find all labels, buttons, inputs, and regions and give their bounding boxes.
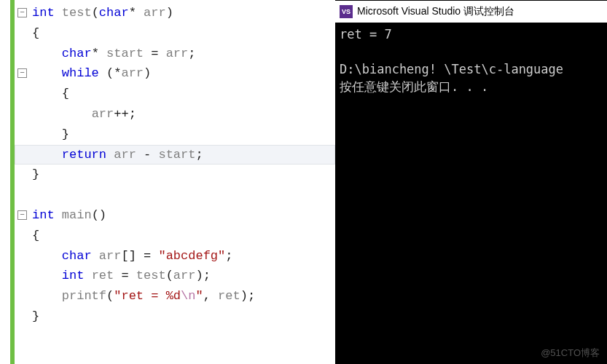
code-text: { bbox=[32, 87, 69, 100]
code-line[interactable]: int ret = test(arr); bbox=[15, 266, 335, 286]
code-line[interactable]: { bbox=[15, 23, 335, 44]
console-window: VS Microsoft Visual Studio 调试控制台 ret = 7… bbox=[335, 0, 607, 364]
code-line[interactable]: char* start = arr; bbox=[15, 44, 335, 64]
code-line[interactable]: } bbox=[15, 124, 335, 145]
code-line[interactable]: { bbox=[15, 84, 335, 104]
console-titlebar[interactable]: VS Microsoft Visual Studio 调试控制台 bbox=[335, 1, 607, 23]
code-line[interactable]: −int test(char* arr) bbox=[15, 3, 335, 23]
code-text: while (*arr) bbox=[32, 66, 151, 80]
console-title-text: Microsoft Visual Studio 调试控制台 bbox=[357, 5, 514, 18]
code-text: int main() bbox=[32, 208, 106, 222]
code-editor-pane[interactable]: −int test(char* arr){ char* start = arr;… bbox=[0, 0, 335, 364]
code-line[interactable]: } bbox=[15, 165, 335, 185]
code-text: return arr - start; bbox=[32, 148, 203, 162]
fold-toggle-icon[interactable]: − bbox=[17, 68, 27, 78]
code-line[interactable]: arr++; bbox=[15, 104, 335, 124]
code-text: char* start = arr; bbox=[32, 47, 195, 60]
code-text: int test(char* arr) bbox=[32, 6, 173, 20]
code-text: } bbox=[32, 167, 39, 181]
code-line[interactable]: return arr - start; bbox=[15, 145, 335, 165]
code-line[interactable]: printf("ret = %d\n", ret); bbox=[15, 286, 335, 306]
vs-icon: VS bbox=[340, 5, 353, 18]
code-line[interactable] bbox=[15, 185, 335, 205]
code-text: } bbox=[32, 309, 39, 323]
code-text: { bbox=[32, 229, 39, 242]
code-text: char arr[] = "abcdefg"; bbox=[32, 249, 232, 263]
code-text: { bbox=[32, 26, 39, 40]
console-output: ret = 7 D:\biancheng! \Test\c-language 按… bbox=[335, 23, 607, 364]
code-text: printf("ret = %d\n", ret); bbox=[32, 289, 255, 303]
code-line[interactable]: char arr[] = "abcdefg"; bbox=[15, 246, 335, 266]
code-line[interactable]: { bbox=[15, 226, 335, 246]
fold-toggle-icon[interactable]: − bbox=[17, 8, 27, 17]
code-text: int ret = test(arr); bbox=[32, 269, 211, 282]
watermark: @51CTO博客 bbox=[541, 347, 600, 360]
code-line[interactable]: −int main() bbox=[15, 205, 335, 226]
code-text: } bbox=[32, 127, 69, 141]
code-area[interactable]: −int test(char* arr){ char* start = arr;… bbox=[15, 0, 335, 327]
code-line[interactable]: − while (*arr) bbox=[15, 63, 335, 84]
code-line[interactable]: } bbox=[15, 306, 335, 327]
fold-toggle-icon[interactable]: − bbox=[17, 210, 27, 220]
code-text: arr++; bbox=[32, 107, 136, 121]
